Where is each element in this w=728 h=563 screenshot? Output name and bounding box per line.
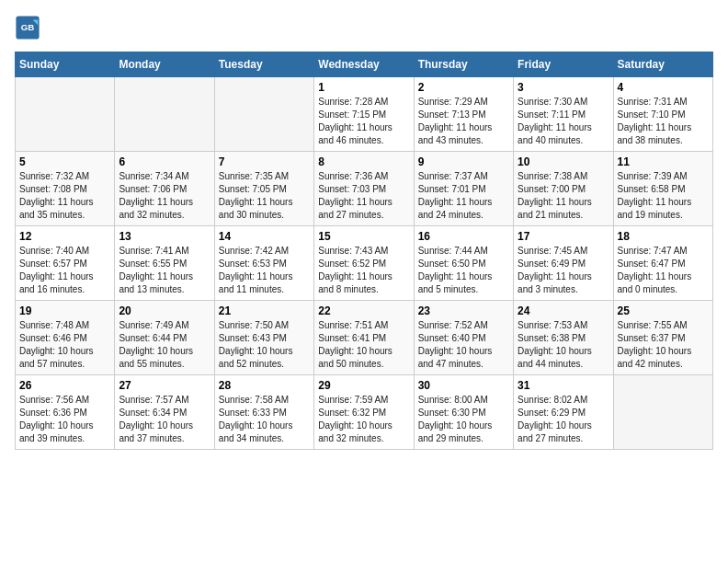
day-number: 25	[618, 304, 709, 317]
calendar-cell: 31Sunrise: 8:02 AMSunset: 6:29 PMDayligh…	[514, 375, 613, 450]
weekday-header: Saturday	[613, 52, 712, 77]
cell-info: Sunrise: 7:40 AMSunset: 6:57 PMDaylight:…	[19, 245, 110, 296]
calendar-cell: 3Sunrise: 7:30 AMSunset: 7:11 PMDaylight…	[514, 77, 613, 152]
day-number: 20	[119, 304, 210, 317]
calendar-cell: 24Sunrise: 7:53 AMSunset: 6:38 PMDayligh…	[514, 301, 613, 375]
calendar-table: SundayMondayTuesdayWednesdayThursdayFrid…	[15, 52, 713, 450]
day-number: 24	[518, 304, 609, 317]
day-number: 22	[318, 304, 409, 317]
day-number: 26	[19, 379, 110, 392]
calendar-cell: 12Sunrise: 7:40 AMSunset: 6:57 PMDayligh…	[16, 226, 115, 301]
calendar-cell: 13Sunrise: 7:41 AMSunset: 6:55 PMDayligh…	[115, 226, 214, 301]
cell-info: Sunrise: 7:36 AMSunset: 7:03 PMDaylight:…	[318, 170, 409, 222]
day-number: 1	[318, 81, 409, 94]
calendar-cell: 5Sunrise: 7:32 AMSunset: 7:08 PMDaylight…	[16, 152, 115, 226]
calendar-cell	[214, 77, 313, 152]
day-number: 10	[518, 155, 609, 168]
cell-info: Sunrise: 7:35 AMSunset: 7:05 PMDaylight:…	[219, 170, 310, 222]
day-number: 3	[518, 81, 609, 94]
cell-info: Sunrise: 7:43 AMSunset: 6:52 PMDaylight:…	[318, 245, 409, 296]
calendar-cell: 25Sunrise: 7:55 AMSunset: 6:37 PMDayligh…	[613, 301, 712, 375]
weekday-header: Sunday	[16, 52, 115, 77]
cell-info: Sunrise: 7:52 AMSunset: 6:40 PMDaylight:…	[418, 319, 509, 371]
day-number: 16	[418, 230, 509, 243]
page-header: GB	[15, 15, 713, 40]
day-number: 6	[119, 155, 210, 168]
cell-info: Sunrise: 8:02 AMSunset: 6:29 PMDaylight:…	[518, 394, 609, 445]
calendar-week: 1Sunrise: 7:28 AMSunset: 7:15 PMDaylight…	[16, 77, 713, 152]
calendar-cell: 29Sunrise: 7:59 AMSunset: 6:32 PMDayligh…	[314, 375, 414, 450]
day-number: 7	[219, 155, 310, 168]
cell-info: Sunrise: 7:49 AMSunset: 6:44 PMDaylight:…	[119, 319, 210, 371]
cell-info: Sunrise: 7:29 AMSunset: 7:13 PMDaylight:…	[418, 96, 509, 147]
day-number: 31	[518, 379, 609, 392]
day-number: 13	[119, 230, 210, 243]
calendar-cell: 11Sunrise: 7:39 AMSunset: 6:58 PMDayligh…	[613, 152, 712, 226]
cell-info: Sunrise: 7:31 AMSunset: 7:10 PMDaylight:…	[618, 96, 709, 147]
cell-info: Sunrise: 7:34 AMSunset: 7:06 PMDaylight:…	[119, 170, 210, 222]
calendar-cell	[115, 77, 214, 152]
day-number: 12	[19, 230, 110, 243]
calendar-cell: 28Sunrise: 7:58 AMSunset: 6:33 PMDayligh…	[214, 375, 313, 450]
cell-info: Sunrise: 7:32 AMSunset: 7:08 PMDaylight:…	[19, 170, 110, 222]
day-number: 15	[318, 230, 409, 243]
cell-info: Sunrise: 7:59 AMSunset: 6:32 PMDaylight:…	[318, 394, 409, 445]
calendar-cell: 2Sunrise: 7:29 AMSunset: 7:13 PMDaylight…	[414, 77, 513, 152]
weekday-header: Friday	[514, 52, 613, 77]
cell-info: Sunrise: 7:53 AMSunset: 6:38 PMDaylight:…	[518, 319, 609, 371]
calendar-cell	[613, 375, 712, 450]
logo-icon: GB	[15, 15, 40, 40]
svg-text:GB: GB	[21, 22, 35, 32]
day-number: 19	[19, 304, 110, 317]
calendar-cell: 6Sunrise: 7:34 AMSunset: 7:06 PMDaylight…	[115, 152, 214, 226]
cell-info: Sunrise: 7:42 AMSunset: 6:53 PMDaylight:…	[219, 245, 310, 296]
cell-info: Sunrise: 7:58 AMSunset: 6:33 PMDaylight:…	[219, 394, 310, 445]
calendar-cell: 7Sunrise: 7:35 AMSunset: 7:05 PMDaylight…	[214, 152, 313, 226]
calendar-cell: 21Sunrise: 7:50 AMSunset: 6:43 PMDayligh…	[214, 301, 313, 375]
day-number: 21	[219, 304, 310, 317]
cell-info: Sunrise: 7:55 AMSunset: 6:37 PMDaylight:…	[618, 319, 709, 371]
calendar-cell: 1Sunrise: 7:28 AMSunset: 7:15 PMDaylight…	[314, 77, 414, 152]
day-number: 8	[318, 155, 409, 168]
cell-info: Sunrise: 8:00 AMSunset: 6:30 PMDaylight:…	[418, 394, 509, 445]
day-number: 17	[518, 230, 609, 243]
cell-info: Sunrise: 7:45 AMSunset: 6:49 PMDaylight:…	[518, 245, 609, 296]
calendar-cell: 30Sunrise: 8:00 AMSunset: 6:30 PMDayligh…	[414, 375, 513, 450]
weekday-header: Thursday	[414, 52, 513, 77]
calendar-week: 5Sunrise: 7:32 AMSunset: 7:08 PMDaylight…	[16, 152, 713, 226]
calendar-cell: 8Sunrise: 7:36 AMSunset: 7:03 PMDaylight…	[314, 152, 414, 226]
day-number: 2	[418, 81, 509, 94]
cell-info: Sunrise: 7:56 AMSunset: 6:36 PMDaylight:…	[19, 394, 110, 445]
calendar-cell: 18Sunrise: 7:47 AMSunset: 6:47 PMDayligh…	[613, 226, 712, 301]
calendar-week: 26Sunrise: 7:56 AMSunset: 6:36 PMDayligh…	[16, 375, 713, 450]
day-number: 4	[618, 81, 709, 94]
day-number: 29	[318, 379, 409, 392]
calendar-cell: 10Sunrise: 7:38 AMSunset: 7:00 PMDayligh…	[514, 152, 613, 226]
calendar-cell: 16Sunrise: 7:44 AMSunset: 6:50 PMDayligh…	[414, 226, 513, 301]
calendar-week: 12Sunrise: 7:40 AMSunset: 6:57 PMDayligh…	[16, 226, 713, 301]
header-row: SundayMondayTuesdayWednesdayThursdayFrid…	[16, 52, 713, 77]
day-number: 11	[618, 155, 709, 168]
day-number: 9	[418, 155, 509, 168]
cell-info: Sunrise: 7:37 AMSunset: 7:01 PMDaylight:…	[418, 170, 509, 222]
weekday-header: Tuesday	[214, 52, 313, 77]
cell-info: Sunrise: 7:57 AMSunset: 6:34 PMDaylight:…	[119, 394, 210, 445]
day-number: 28	[219, 379, 310, 392]
calendar-week: 19Sunrise: 7:48 AMSunset: 6:46 PMDayligh…	[16, 301, 713, 375]
cell-info: Sunrise: 7:39 AMSunset: 6:58 PMDaylight:…	[618, 170, 709, 222]
cell-info: Sunrise: 7:48 AMSunset: 6:46 PMDaylight:…	[19, 319, 110, 371]
calendar-cell: 14Sunrise: 7:42 AMSunset: 6:53 PMDayligh…	[214, 226, 313, 301]
calendar-cell: 27Sunrise: 7:57 AMSunset: 6:34 PMDayligh…	[115, 375, 214, 450]
calendar-cell: 22Sunrise: 7:51 AMSunset: 6:41 PMDayligh…	[314, 301, 414, 375]
day-number: 30	[418, 379, 509, 392]
calendar-cell: 26Sunrise: 7:56 AMSunset: 6:36 PMDayligh…	[16, 375, 115, 450]
weekday-header: Monday	[115, 52, 214, 77]
cell-info: Sunrise: 7:50 AMSunset: 6:43 PMDaylight:…	[219, 319, 310, 371]
cell-info: Sunrise: 7:30 AMSunset: 7:11 PMDaylight:…	[518, 96, 609, 147]
day-number: 14	[219, 230, 310, 243]
cell-info: Sunrise: 7:38 AMSunset: 7:00 PMDaylight:…	[518, 170, 609, 222]
cell-info: Sunrise: 7:51 AMSunset: 6:41 PMDaylight:…	[318, 319, 409, 371]
day-number: 5	[19, 155, 110, 168]
calendar-cell: 4Sunrise: 7:31 AMSunset: 7:10 PMDaylight…	[613, 77, 712, 152]
cell-info: Sunrise: 7:44 AMSunset: 6:50 PMDaylight:…	[418, 245, 509, 296]
